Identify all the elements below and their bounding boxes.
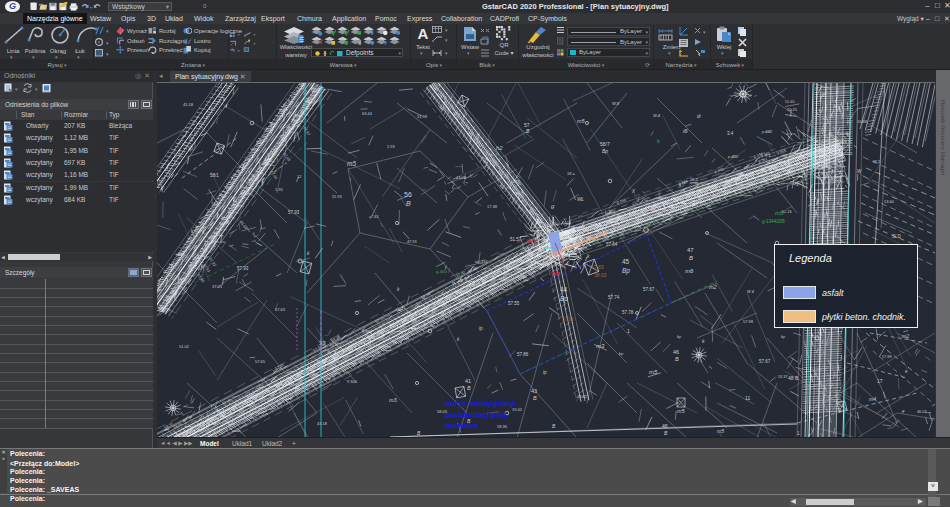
svg-text:45.18: 45.18 [183, 102, 194, 107]
svg-text:B: B [533, 395, 537, 401]
svg-text:57.63: 57.63 [275, 307, 286, 312]
svg-text:m2: m2 [709, 284, 717, 290]
svg-text:kp: kp [781, 334, 786, 339]
svg-text:W 4: W 4 [747, 290, 754, 294]
svg-text:k: k [587, 253, 590, 259]
svg-text:podziemnej proj.: podziemnej proj. [444, 410, 509, 419]
svg-text:57.98: 57.98 [562, 317, 574, 322]
svg-text:57.93: 57.93 [288, 210, 300, 215]
svg-text:51.02: 51.02 [179, 344, 190, 349]
svg-text:▾: ▾ [445, 37, 448, 43]
svg-text:m2: m2 [902, 333, 909, 339]
svg-text:51.65: 51.65 [785, 100, 795, 104]
svg-text:57.67: 57.67 [643, 287, 655, 292]
svg-text:m5: m5 [717, 428, 724, 434]
svg-text:B: B [552, 423, 556, 429]
svg-text:51.93: 51.93 [332, 195, 342, 199]
svg-text:▾: ▾ [238, 49, 240, 53]
svg-text:10.25: 10.25 [787, 107, 798, 112]
svg-text:57.65: 57.65 [255, 359, 266, 364]
svg-text:▾: ▾ [445, 50, 448, 56]
svg-text:g 424: g 424 [776, 148, 786, 155]
svg-text:▾: ▾ [253, 33, 255, 37]
svg-text:▾: ▾ [106, 51, 109, 57]
svg-text:k: k [307, 250, 310, 256]
svg-text:e: e [902, 409, 905, 414]
svg-text:lp.: lp. [543, 370, 548, 375]
svg-text:38.03: 38.03 [594, 272, 607, 278]
svg-text:58/1: 58/1 [210, 173, 219, 178]
svg-text:49.02: 49.02 [577, 394, 588, 399]
svg-text:▾: ▾ [238, 33, 240, 37]
svg-text:▾: ▾ [15, 86, 18, 92]
svg-text:obrys kondygnacji: obrys kondygnacji [445, 399, 516, 408]
svg-text:58.36: 58.36 [497, 424, 508, 429]
svg-text:W.4: W.4 [653, 113, 661, 118]
svg-text:3.4: 3.4 [727, 131, 734, 136]
svg-text:17: 17 [877, 378, 883, 384]
svg-text:budynku: budynku [445, 421, 478, 430]
svg-text:B: B [417, 430, 421, 436]
svg-text:B: B [689, 255, 693, 261]
svg-text:dr: dr [697, 114, 702, 119]
svg-text:Bp: Bp [622, 267, 630, 275]
svg-text:kp: kp [677, 334, 682, 339]
svg-text:m6: m6 [685, 268, 694, 274]
svg-text:g-1344/205: g-1344/205 [762, 219, 785, 224]
svg-text:W1: W1 [527, 238, 537, 244]
svg-text:k: k [457, 336, 460, 342]
svg-text:47: 47 [687, 247, 694, 253]
svg-text:▾: ▾ [35, 86, 38, 92]
svg-text:m4: m4 [869, 396, 876, 402]
svg-text:B: B [467, 385, 471, 391]
svg-text:18 a: 18 a [567, 171, 576, 176]
svg-text:m5: m5 [577, 118, 586, 124]
svg-text:m5: m5 [347, 160, 356, 167]
svg-text:51.98: 51.98 [417, 114, 428, 119]
svg-text:46.03: 46.03 [917, 410, 927, 414]
svg-text:1: 1 [797, 431, 800, 436]
svg-text:57.86: 57.86 [517, 352, 529, 357]
svg-text:▾: ▾ [703, 29, 706, 35]
svg-text:41: 41 [465, 378, 471, 384]
svg-text:47.93: 47.93 [407, 240, 417, 244]
svg-text:B: B [526, 128, 530, 134]
svg-text:46: 46 [673, 349, 679, 355]
svg-text:SLD: SLD [892, 234, 902, 239]
svg-text:57.78: 57.78 [622, 310, 634, 315]
svg-text:57.83: 57.83 [591, 264, 604, 270]
svg-text:m3.: m3. [389, 397, 398, 403]
svg-text:e: e [905, 369, 908, 374]
svg-text:▾: ▾ [106, 28, 109, 34]
svg-text:B: B [664, 430, 668, 436]
svg-text:37.03: 37.03 [212, 284, 223, 289]
svg-text:63.44: 63.44 [362, 111, 373, 116]
svg-text:g-300: g-300 [436, 269, 447, 274]
svg-text:48 B: 48 B [788, 375, 799, 381]
svg-text:B: B [406, 200, 411, 207]
svg-text:W.8: W.8 [612, 101, 620, 106]
svg-text:p.440: p.440 [761, 129, 773, 134]
svg-text:43: 43 [531, 388, 537, 394]
svg-text:B: B [675, 356, 679, 362]
svg-text:1.93: 1.93 [387, 144, 396, 149]
svg-text:57.87: 57.87 [302, 126, 311, 136]
svg-text:WŁ: WŁ [577, 197, 584, 202]
svg-text:☰: ☰ [299, 37, 304, 43]
svg-text:▾: ▾ [106, 40, 109, 46]
svg-text:lp.: lp. [479, 326, 484, 331]
svg-text:58/7: 58/7 [600, 141, 610, 147]
svg-text:53.37: 53.37 [778, 375, 788, 379]
svg-text:45: 45 [622, 258, 630, 265]
svg-text:9 300: 9 300 [347, 379, 358, 384]
svg-text:m5: m5 [677, 408, 686, 414]
svg-text:▾: ▾ [253, 42, 255, 46]
svg-text:W2: W2 [551, 271, 561, 277]
svg-text:57.88: 57.88 [882, 355, 892, 359]
svg-text:g: g [551, 203, 555, 209]
svg-text:57.74: 57.74 [608, 295, 620, 300]
svg-text:kp: kp [619, 351, 624, 356]
svg-text:1.95: 1.95 [275, 187, 284, 192]
svg-text:11: 11 [745, 395, 750, 401]
svg-text:43.18: 43.18 [317, 421, 328, 426]
